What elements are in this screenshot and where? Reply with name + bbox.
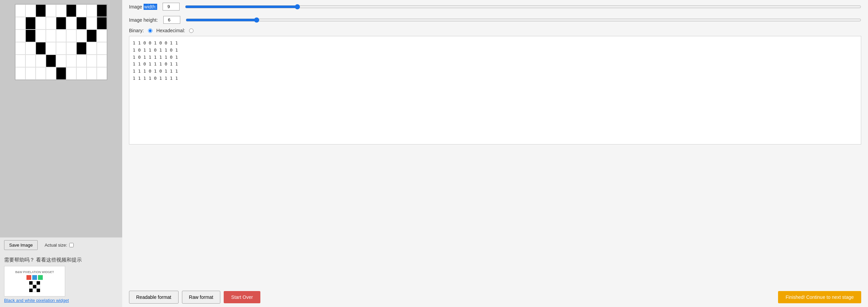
image-width-input[interactable] [163,3,180,11]
image-width-slider-container [185,4,861,9]
right-panel: Image width: Image height: Binary: Hexad… [122,0,868,307]
thumb-green [38,275,43,280]
pixel-cell-18[interactable] [15,30,25,42]
pixel-cell-21[interactable] [46,30,56,42]
pixel-cell-43[interactable] [87,55,97,67]
binary-radio[interactable] [148,28,152,33]
image-width-label: Image width: [129,4,157,9]
image-height-slider-container [186,17,861,23]
raw-format-button[interactable]: Raw format [182,291,221,304]
image-height-slider[interactable] [186,17,861,23]
pixel-cell-29[interactable] [36,42,46,55]
binary-label: Binary: [129,28,144,33]
image-height-input[interactable] [163,16,180,24]
pixel-cell-38[interactable] [36,55,46,67]
thumbnail-title: B&W PIXELATION WIDGET [15,270,54,274]
pixel-cell-15[interactable] [76,17,87,30]
pixel-cell-48[interactable] [46,67,56,80]
pixel-cell-16[interactable] [87,17,97,30]
pixel-cell-32[interactable] [66,42,76,55]
pixel-cell-34[interactable] [87,42,97,55]
actual-size-text: Actual size: [44,243,67,248]
actual-size-checkbox[interactable] [69,243,74,247]
left-panel: Save Image Actual size: 需要帮助吗？ 看看这些视频和提示… [0,0,122,307]
thumb-blue [32,275,37,280]
pixel-cell-8[interactable] [97,4,107,17]
thumbnail-label[interactable]: Black and white pixelation widget [4,298,69,303]
pixel-cell-36[interactable] [15,55,25,67]
pixel-cell-44[interactable] [97,55,107,67]
pixel-cell-26[interactable] [97,30,107,42]
textarea-container [122,36,868,287]
pixel-cell-3[interactable] [46,4,56,17]
pixel-cell-41[interactable] [66,55,76,67]
pixel-cell-46[interactable] [25,67,36,80]
hex-radio-group [189,28,193,33]
pixel-cell-20[interactable] [36,30,46,42]
image-width-row: Image width: [122,0,868,13]
pixel-cell-51[interactable] [76,67,87,80]
pixel-cell-9[interactable] [15,17,25,30]
pixel-cell-14[interactable] [66,17,76,30]
save-image-button[interactable]: Save Image [4,240,38,250]
help-section: 需要帮助吗？ 看看这些视频和提示 B&W PIXELATION WIDGET [0,253,122,307]
pixel-cell-25[interactable] [87,30,97,42]
pixel-cell-22[interactable] [56,30,66,42]
pixel-cell-39[interactable] [46,55,56,67]
pixel-cell-40[interactable] [56,55,66,67]
pixel-cell-1[interactable] [25,4,36,17]
pixel-cell-42[interactable] [76,55,87,67]
canvas-bottom [4,80,118,94]
thumbnail-box: B&W PIXELATION WIDGET [4,266,65,296]
pixel-cell-53[interactable] [97,67,107,80]
pixel-cell-35[interactable] [97,42,107,55]
binary-output-textarea[interactable] [129,36,861,145]
hexadecimal-label: Hexadecimal: [156,28,185,33]
pixel-cell-37[interactable] [25,55,36,67]
pixel-cell-12[interactable] [46,17,56,30]
canvas-area [0,0,122,237]
image-width-highlight: width: [144,4,158,10]
pixel-grid[interactable] [15,4,107,80]
help-text: 需要帮助吗？ 看看这些视频和提示 [4,257,118,263]
image-height-row: Image height: [122,13,868,26]
thumbnail-colored [26,275,43,280]
pixel-cell-31[interactable] [56,42,66,55]
thumb-red [26,275,31,280]
image-height-label: Image height: [129,17,158,23]
readable-format-button[interactable]: Readable format [129,291,179,304]
pixel-cell-0[interactable] [15,4,25,17]
pixel-cell-4[interactable] [56,4,66,17]
pixel-cell-47[interactable] [36,67,46,80]
pixel-cell-49[interactable] [56,67,66,80]
pixel-cell-17[interactable] [97,17,107,30]
finished-button[interactable]: Finished! Continue to next stage [778,291,861,303]
pixel-cell-27[interactable] [15,42,25,55]
pixel-cell-10[interactable] [25,17,36,30]
pixel-cell-24[interactable] [76,30,87,42]
pixel-cell-33[interactable] [76,42,87,55]
actual-size-label: Actual size: [44,243,73,248]
pixel-cell-2[interactable] [36,4,46,17]
pixel-cell-23[interactable] [66,30,76,42]
pixel-cell-45[interactable] [15,67,25,80]
binary-radio-group [148,28,152,33]
pixel-cell-19[interactable] [25,30,36,42]
pixel-cell-28[interactable] [25,42,36,55]
image-width-slider[interactable] [185,4,861,9]
pixel-cell-13[interactable] [56,17,66,30]
hex-radio[interactable] [189,28,193,33]
pixel-cell-50[interactable] [66,67,76,80]
start-over-button[interactable]: Start Over [224,291,260,303]
bottom-buttons: Readable format Raw format Start Over Fi… [122,287,868,307]
pixel-cell-6[interactable] [76,4,87,17]
pixel-cell-5[interactable] [66,4,76,17]
controls-row: Save Image Actual size: [0,237,122,253]
thumbnail-link[interactable]: B&W PIXELATION WIDGET [4,266,118,303]
pixel-cell-52[interactable] [87,67,97,80]
pixel-cell-11[interactable] [36,17,46,30]
binary-hex-row: Binary: Hexadecimal: [122,26,868,36]
thumb-pixel-grid [29,281,40,292]
pixel-cell-7[interactable] [87,4,97,17]
pixel-cell-30[interactable] [46,42,56,55]
